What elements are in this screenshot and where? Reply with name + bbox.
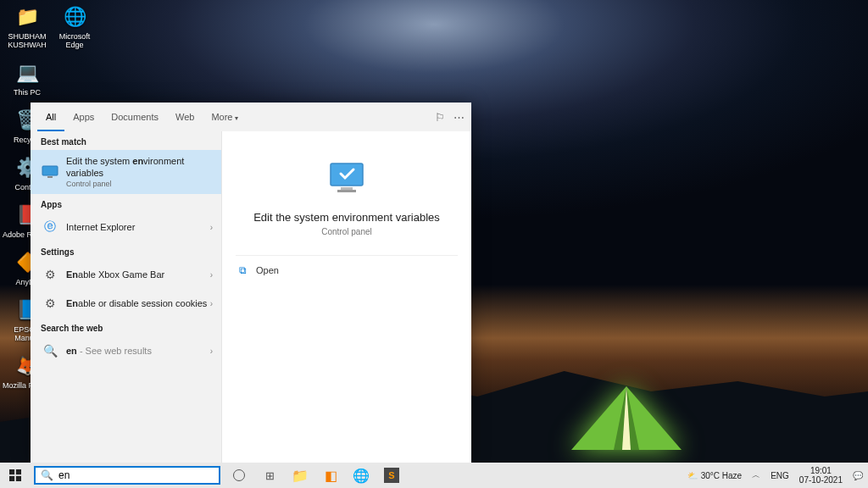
edge-icon: 🌐 <box>61 3 88 30</box>
preview-subtitle: Control panel <box>236 227 458 236</box>
result-label: Enable Xbox Game Bar <box>66 269 164 280</box>
result-env-variables[interactable]: Edit the system environment variablesCon… <box>31 150 221 194</box>
result-label: Edit the system environment variablesCon… <box>66 155 211 189</box>
tray-clock[interactable]: 19:01 07-10-2021 <box>794 463 848 488</box>
more-options-icon[interactable]: ⋯ <box>453 111 465 124</box>
search-input[interactable] <box>58 469 214 481</box>
taskbar-app-explorer[interactable]: 📁 <box>285 463 315 488</box>
notification-icon: 💬 <box>853 471 863 480</box>
cortana-button[interactable] <box>224 463 254 488</box>
desktop-icon-edge[interactable]: 🌐Microsoft Edge <box>49 3 100 49</box>
result-session-cookies[interactable]: ⚙ Enable or disable session cookies › <box>31 289 221 318</box>
chrome-icon: 🌐 <box>353 468 370 484</box>
svg-rect-7 <box>9 476 14 481</box>
tab-more[interactable]: More <box>203 103 246 131</box>
ie-icon: ⓔ <box>41 218 59 236</box>
tray-language[interactable]: ENG <box>765 463 794 488</box>
desktop-icon-this-pc[interactable]: 💻This PC <box>2 59 53 97</box>
search-tabs: All Apps Documents Web More ⚐ ⋯ <box>31 103 471 131</box>
chevron-up-icon: ︿ <box>752 469 760 481</box>
monitor-icon <box>41 163 59 181</box>
svg-rect-5 <box>9 469 14 474</box>
taskbar-app-chrome[interactable]: 🌐 <box>346 463 376 488</box>
result-label: en - See web results <box>66 345 152 357</box>
search-flyout: All Apps Documents Web More ⚐ ⋯ Best mat… <box>31 103 471 463</box>
svg-rect-6 <box>16 469 21 474</box>
action-label: Open <box>256 265 279 275</box>
search-icon: 🔍 <box>41 469 53 481</box>
sublime-icon: S <box>384 468 399 483</box>
section-apps: Apps <box>31 194 221 213</box>
result-label: Internet Explorer <box>66 221 135 233</box>
circle-icon <box>233 469 245 481</box>
result-web-search[interactable]: 🔍 en - See web results › <box>31 336 221 365</box>
search-icon: 🔍 <box>41 341 59 360</box>
desktop-icon-user-folder[interactable]: 📁SHUBHAM KUSHWAH <box>2 3 53 49</box>
chevron-right-icon: › <box>210 299 213 308</box>
taskbar-app-sublime[interactable]: S <box>376 463 407 488</box>
taskbar: 🔍 ⊞ 📁 ◧ 🌐 S ⛅ 30°C Haze ︿ ENG 19:01 07-1… <box>0 463 868 488</box>
tab-web[interactable]: Web <box>167 103 203 131</box>
tab-apps[interactable]: Apps <box>64 103 103 131</box>
chevron-right-icon: › <box>210 270 213 280</box>
task-view-icon: ⊞ <box>265 469 275 482</box>
open-icon: ⧉ <box>239 264 256 276</box>
tray-notifications[interactable]: 💬 <box>848 463 868 488</box>
result-internet-explorer[interactable]: ⓔ Internet Explorer › <box>31 213 221 241</box>
start-button[interactable] <box>0 463 31 488</box>
section-settings: Settings <box>31 241 221 260</box>
feedback-icon[interactable]: ⚐ <box>435 111 445 124</box>
svg-rect-1 <box>47 176 53 178</box>
folder-icon: 📁 <box>292 468 309 484</box>
svg-rect-8 <box>16 476 21 481</box>
svg-rect-4 <box>337 190 356 192</box>
search-results-list: Best match Edit the system environment v… <box>31 131 221 463</box>
taskbar-app-xampp[interactable]: ◧ <box>315 463 346 488</box>
section-best-match: Best match <box>31 131 221 150</box>
monitor-check-icon <box>326 157 368 199</box>
result-label: Enable or disable session cookies <box>66 297 207 309</box>
preview-title: Edit the system environment variables <box>236 211 458 224</box>
tab-documents[interactable]: Documents <box>103 103 167 131</box>
chevron-right-icon: › <box>210 223 213 232</box>
tray-overflow[interactable]: ︿ <box>747 463 765 488</box>
gear-icon: ⚙ <box>41 294 59 313</box>
tab-all[interactable]: All <box>37 103 64 131</box>
gear-icon: ⚙ <box>41 265 59 284</box>
svg-rect-0 <box>42 166 58 175</box>
chevron-right-icon: › <box>210 347 213 356</box>
result-xbox-game-bar[interactable]: ⚙ Enable Xbox Game Bar › <box>31 260 221 289</box>
folder-icon: 📁 <box>14 3 41 30</box>
section-web: Search the web <box>31 318 221 336</box>
taskbar-search[interactable]: 🔍 <box>34 466 220 485</box>
task-view-button[interactable]: ⊞ <box>254 463 285 488</box>
xampp-icon: ◧ <box>325 468 337 484</box>
weather-icon: ⛅ <box>687 471 698 480</box>
search-preview-pane: Edit the system environment variables Co… <box>221 131 471 463</box>
tray-weather[interactable]: ⛅ 30°C Haze <box>682 463 747 488</box>
svg-rect-3 <box>341 187 353 190</box>
action-open[interactable]: ⧉ Open <box>236 256 458 285</box>
pc-icon: 💻 <box>14 59 41 86</box>
